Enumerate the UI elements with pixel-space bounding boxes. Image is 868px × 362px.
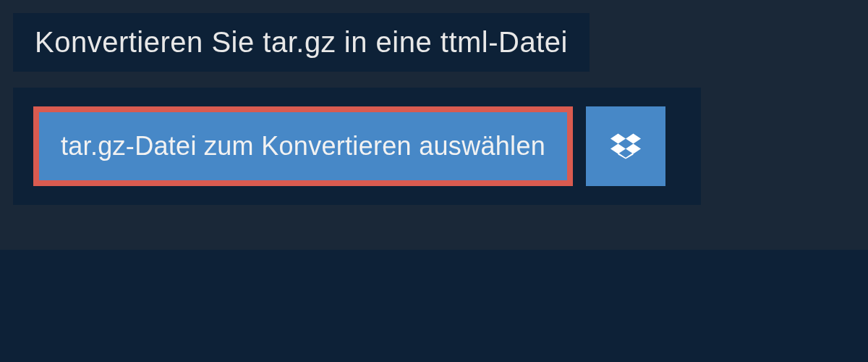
upload-panel: tar.gz-Datei zum Konvertieren auswählen — [13, 88, 701, 205]
page-title: Konvertieren Sie tar.gz in eine ttml-Dat… — [35, 26, 568, 59]
bottom-section — [0, 250, 868, 362]
dropbox-button[interactable] — [586, 106, 665, 186]
select-file-button[interactable]: tar.gz-Datei zum Konvertieren auswählen — [33, 106, 573, 186]
page-heading-container: Konvertieren Sie tar.gz in eine ttml-Dat… — [13, 13, 590, 72]
dropbox-icon — [610, 131, 641, 161]
